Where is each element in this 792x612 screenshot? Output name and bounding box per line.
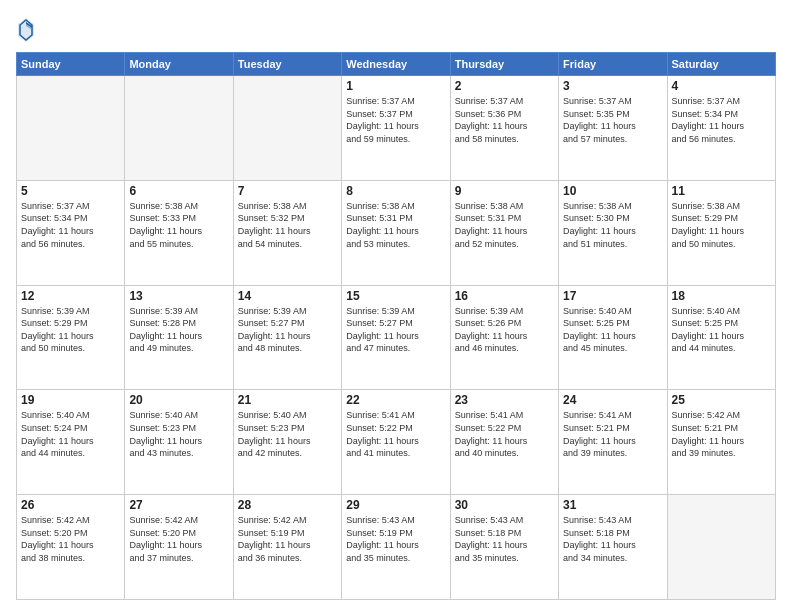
calendar-cell: 22Sunrise: 5:41 AM Sunset: 5:22 PM Dayli…: [342, 390, 450, 495]
day-number: 2: [455, 79, 554, 93]
weekday-header-tuesday: Tuesday: [233, 53, 341, 76]
day-number: 5: [21, 184, 120, 198]
day-number: 23: [455, 393, 554, 407]
header: [16, 12, 776, 44]
day-info: Sunrise: 5:39 AM Sunset: 5:29 PM Dayligh…: [21, 305, 120, 355]
page: SundayMondayTuesdayWednesdayThursdayFrid…: [0, 0, 792, 612]
calendar-cell: 3Sunrise: 5:37 AM Sunset: 5:35 PM Daylig…: [559, 76, 667, 181]
calendar-cell: [667, 495, 775, 600]
week-row-3: 12Sunrise: 5:39 AM Sunset: 5:29 PM Dayli…: [17, 285, 776, 390]
day-info: Sunrise: 5:42 AM Sunset: 5:20 PM Dayligh…: [21, 514, 120, 564]
day-number: 15: [346, 289, 445, 303]
day-info: Sunrise: 5:43 AM Sunset: 5:19 PM Dayligh…: [346, 514, 445, 564]
calendar-cell: 16Sunrise: 5:39 AM Sunset: 5:26 PM Dayli…: [450, 285, 558, 390]
calendar-cell: 12Sunrise: 5:39 AM Sunset: 5:29 PM Dayli…: [17, 285, 125, 390]
calendar-cell: 30Sunrise: 5:43 AM Sunset: 5:18 PM Dayli…: [450, 495, 558, 600]
day-info: Sunrise: 5:43 AM Sunset: 5:18 PM Dayligh…: [455, 514, 554, 564]
calendar-cell: [125, 76, 233, 181]
day-number: 22: [346, 393, 445, 407]
calendar-cell: 21Sunrise: 5:40 AM Sunset: 5:23 PM Dayli…: [233, 390, 341, 495]
calendar-cell: 5Sunrise: 5:37 AM Sunset: 5:34 PM Daylig…: [17, 180, 125, 285]
day-number: 9: [455, 184, 554, 198]
day-number: 26: [21, 498, 120, 512]
day-number: 3: [563, 79, 662, 93]
weekday-header-saturday: Saturday: [667, 53, 775, 76]
calendar-cell: 29Sunrise: 5:43 AM Sunset: 5:19 PM Dayli…: [342, 495, 450, 600]
day-number: 29: [346, 498, 445, 512]
day-info: Sunrise: 5:40 AM Sunset: 5:24 PM Dayligh…: [21, 409, 120, 459]
day-info: Sunrise: 5:38 AM Sunset: 5:33 PM Dayligh…: [129, 200, 228, 250]
day-info: Sunrise: 5:40 AM Sunset: 5:23 PM Dayligh…: [238, 409, 337, 459]
day-number: 4: [672, 79, 771, 93]
calendar-cell: 24Sunrise: 5:41 AM Sunset: 5:21 PM Dayli…: [559, 390, 667, 495]
weekday-header-monday: Monday: [125, 53, 233, 76]
day-info: Sunrise: 5:42 AM Sunset: 5:21 PM Dayligh…: [672, 409, 771, 459]
day-number: 25: [672, 393, 771, 407]
day-info: Sunrise: 5:40 AM Sunset: 5:25 PM Dayligh…: [672, 305, 771, 355]
calendar-cell: 9Sunrise: 5:38 AM Sunset: 5:31 PM Daylig…: [450, 180, 558, 285]
calendar-cell: 19Sunrise: 5:40 AM Sunset: 5:24 PM Dayli…: [17, 390, 125, 495]
day-info: Sunrise: 5:43 AM Sunset: 5:18 PM Dayligh…: [563, 514, 662, 564]
day-info: Sunrise: 5:42 AM Sunset: 5:20 PM Dayligh…: [129, 514, 228, 564]
day-number: 10: [563, 184, 662, 198]
weekday-header-wednesday: Wednesday: [342, 53, 450, 76]
weekday-header-thursday: Thursday: [450, 53, 558, 76]
week-row-5: 26Sunrise: 5:42 AM Sunset: 5:20 PM Dayli…: [17, 495, 776, 600]
day-number: 14: [238, 289, 337, 303]
calendar-cell: 20Sunrise: 5:40 AM Sunset: 5:23 PM Dayli…: [125, 390, 233, 495]
day-number: 11: [672, 184, 771, 198]
day-info: Sunrise: 5:41 AM Sunset: 5:21 PM Dayligh…: [563, 409, 662, 459]
day-number: 27: [129, 498, 228, 512]
calendar-cell: 18Sunrise: 5:40 AM Sunset: 5:25 PM Dayli…: [667, 285, 775, 390]
day-number: 21: [238, 393, 337, 407]
calendar-cell: 6Sunrise: 5:38 AM Sunset: 5:33 PM Daylig…: [125, 180, 233, 285]
logo: [16, 16, 40, 44]
day-info: Sunrise: 5:41 AM Sunset: 5:22 PM Dayligh…: [346, 409, 445, 459]
calendar-cell: 7Sunrise: 5:38 AM Sunset: 5:32 PM Daylig…: [233, 180, 341, 285]
day-info: Sunrise: 5:39 AM Sunset: 5:27 PM Dayligh…: [346, 305, 445, 355]
calendar-cell: 4Sunrise: 5:37 AM Sunset: 5:34 PM Daylig…: [667, 76, 775, 181]
day-number: 31: [563, 498, 662, 512]
day-number: 12: [21, 289, 120, 303]
day-info: Sunrise: 5:37 AM Sunset: 5:36 PM Dayligh…: [455, 95, 554, 145]
calendar-cell: [17, 76, 125, 181]
calendar-cell: 31Sunrise: 5:43 AM Sunset: 5:18 PM Dayli…: [559, 495, 667, 600]
day-info: Sunrise: 5:38 AM Sunset: 5:32 PM Dayligh…: [238, 200, 337, 250]
day-info: Sunrise: 5:40 AM Sunset: 5:25 PM Dayligh…: [563, 305, 662, 355]
day-number: 6: [129, 184, 228, 198]
calendar-cell: 2Sunrise: 5:37 AM Sunset: 5:36 PM Daylig…: [450, 76, 558, 181]
day-info: Sunrise: 5:38 AM Sunset: 5:29 PM Dayligh…: [672, 200, 771, 250]
day-info: Sunrise: 5:38 AM Sunset: 5:31 PM Dayligh…: [455, 200, 554, 250]
day-info: Sunrise: 5:37 AM Sunset: 5:37 PM Dayligh…: [346, 95, 445, 145]
day-info: Sunrise: 5:39 AM Sunset: 5:28 PM Dayligh…: [129, 305, 228, 355]
calendar-cell: 26Sunrise: 5:42 AM Sunset: 5:20 PM Dayli…: [17, 495, 125, 600]
calendar-cell: 10Sunrise: 5:38 AM Sunset: 5:30 PM Dayli…: [559, 180, 667, 285]
day-number: 30: [455, 498, 554, 512]
calendar-cell: 23Sunrise: 5:41 AM Sunset: 5:22 PM Dayli…: [450, 390, 558, 495]
calendar-cell: [233, 76, 341, 181]
day-info: Sunrise: 5:37 AM Sunset: 5:35 PM Dayligh…: [563, 95, 662, 145]
weekday-header-friday: Friday: [559, 53, 667, 76]
day-number: 28: [238, 498, 337, 512]
day-info: Sunrise: 5:40 AM Sunset: 5:23 PM Dayligh…: [129, 409, 228, 459]
calendar-cell: 8Sunrise: 5:38 AM Sunset: 5:31 PM Daylig…: [342, 180, 450, 285]
calendar-cell: 15Sunrise: 5:39 AM Sunset: 5:27 PM Dayli…: [342, 285, 450, 390]
calendar-cell: 14Sunrise: 5:39 AM Sunset: 5:27 PM Dayli…: [233, 285, 341, 390]
day-number: 1: [346, 79, 445, 93]
calendar-cell: 1Sunrise: 5:37 AM Sunset: 5:37 PM Daylig…: [342, 76, 450, 181]
week-row-1: 1Sunrise: 5:37 AM Sunset: 5:37 PM Daylig…: [17, 76, 776, 181]
weekday-header-sunday: Sunday: [17, 53, 125, 76]
calendar-cell: 27Sunrise: 5:42 AM Sunset: 5:20 PM Dayli…: [125, 495, 233, 600]
day-info: Sunrise: 5:41 AM Sunset: 5:22 PM Dayligh…: [455, 409, 554, 459]
day-number: 20: [129, 393, 228, 407]
calendar-cell: 13Sunrise: 5:39 AM Sunset: 5:28 PM Dayli…: [125, 285, 233, 390]
day-info: Sunrise: 5:38 AM Sunset: 5:31 PM Dayligh…: [346, 200, 445, 250]
day-number: 16: [455, 289, 554, 303]
day-info: Sunrise: 5:37 AM Sunset: 5:34 PM Dayligh…: [21, 200, 120, 250]
calendar-cell: 17Sunrise: 5:40 AM Sunset: 5:25 PM Dayli…: [559, 285, 667, 390]
calendar-header-row: SundayMondayTuesdayWednesdayThursdayFrid…: [17, 53, 776, 76]
day-info: Sunrise: 5:37 AM Sunset: 5:34 PM Dayligh…: [672, 95, 771, 145]
day-number: 24: [563, 393, 662, 407]
day-info: Sunrise: 5:42 AM Sunset: 5:19 PM Dayligh…: [238, 514, 337, 564]
calendar-table: SundayMondayTuesdayWednesdayThursdayFrid…: [16, 52, 776, 600]
